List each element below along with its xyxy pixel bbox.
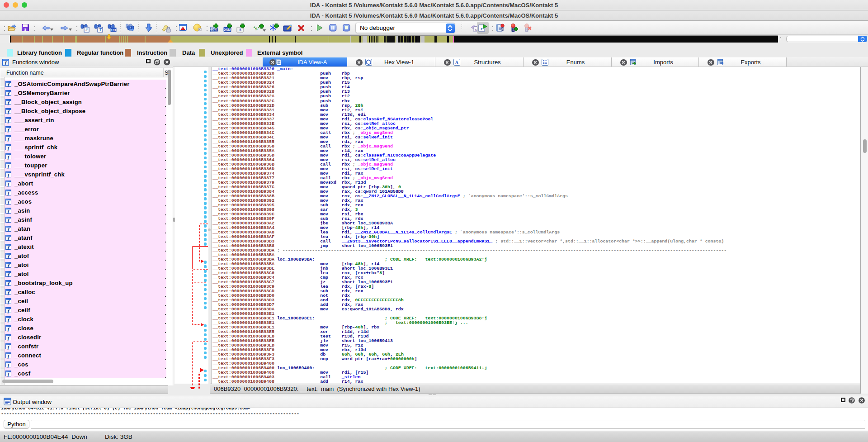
svg-text:A: A	[239, 28, 242, 32]
svg-text:#: #	[85, 28, 88, 32]
svg-text:‘s’: ‘s’	[253, 25, 259, 32]
svg-text:!: !	[182, 27, 183, 30]
svg-text:CODE: CODE	[210, 28, 218, 31]
svg-text:101: 101	[111, 28, 117, 32]
svg-text:c: c	[481, 26, 483, 31]
svg-text:DATA: DATA	[223, 28, 231, 31]
svg-text:T: T	[99, 27, 102, 32]
